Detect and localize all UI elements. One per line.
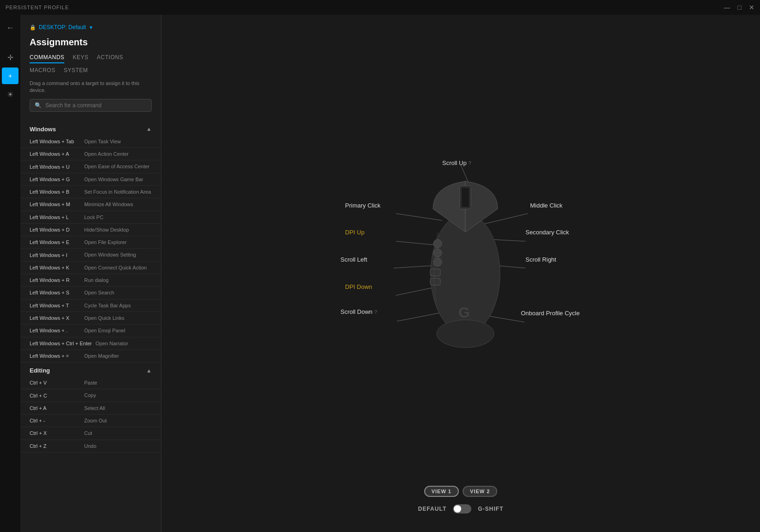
command-item[interactable]: Left Windows + G Open Windows Game Bar xyxy=(20,173,161,186)
gshift-toggle-switch[interactable] xyxy=(453,504,471,514)
cmd-desc: Open Narrator xyxy=(96,340,128,347)
search-icon: 🔍 xyxy=(35,102,42,109)
cmd-key: Left Windows + T xyxy=(30,303,80,308)
cmd-key: Left Windows + S xyxy=(30,290,80,295)
sidebar-header: 🔒 DESKTOP: Default ▼ Assignments COMMAND… xyxy=(20,15,161,121)
command-item[interactable]: Left Windows + B Set Focus in Notificati… xyxy=(20,186,161,198)
cmd-desc: Lock PC xyxy=(84,214,104,220)
cmd-desc: Zoom Out xyxy=(84,417,107,424)
cmd-key: Left Windows + A xyxy=(30,151,80,157)
command-item[interactable]: Left Windows + = Open Magnifier xyxy=(20,350,161,362)
command-item[interactable]: Left Windows + Tab Open Task View xyxy=(20,135,161,148)
profile-selector[interactable]: DESKTOP: Default ▼ xyxy=(39,24,93,31)
command-item[interactable]: Ctrl + Z Undo xyxy=(20,440,161,453)
command-item[interactable]: Ctrl + A Select All xyxy=(20,402,161,415)
search-input[interactable] xyxy=(45,102,147,109)
cmd-key: Left Windows + D xyxy=(30,227,80,232)
label-secondary-click: Secondary Click xyxy=(525,229,569,236)
tab-keys[interactable]: KEYS xyxy=(73,54,88,63)
minimize-button[interactable]: — xyxy=(724,4,730,11)
cmd-key: Left Windows + L xyxy=(30,214,80,220)
tab-commands[interactable]: COMMANDS xyxy=(30,54,64,63)
cmd-key: Left Windows + Tab xyxy=(30,139,80,144)
default-label: DEFAULT xyxy=(418,506,446,512)
search-box: 🔍 xyxy=(30,99,152,112)
cmd-key: Left Windows + I xyxy=(30,252,80,258)
cmd-key: Left Windows + Ctrl + Enter xyxy=(30,341,92,346)
command-item[interactable]: Left Windows + . Open Emoji Panel xyxy=(20,324,161,337)
hint-text: Drag a command onto a target to assign i… xyxy=(30,80,152,94)
section-arrow: ▲ xyxy=(146,367,152,374)
command-item[interactable]: Left Windows + X Open Quick Links xyxy=(20,312,161,324)
command-item[interactable]: Left Windows + A Open Action Center xyxy=(20,148,161,160)
section-header-editing[interactable]: Editing▲ xyxy=(20,362,161,377)
cmd-desc: Open Search xyxy=(84,289,114,296)
tab-system[interactable]: SYSTEM xyxy=(64,67,88,75)
nav-icon-lighting[interactable]: ☀ xyxy=(2,86,19,103)
label-dpi-up: DPI Up xyxy=(345,229,365,236)
tab-macros[interactable]: MACROS xyxy=(30,67,56,75)
cmd-desc: Copy xyxy=(84,392,96,398)
cmd-key: Ctrl + - xyxy=(30,418,80,423)
command-item[interactable]: Left Windows + T Cycle Task Bar Apps xyxy=(20,300,161,312)
cmd-key: Ctrl + X xyxy=(30,430,80,436)
cmd-key: Left Windows + R xyxy=(30,277,80,283)
command-item[interactable]: Ctrl + V Paste xyxy=(20,377,161,389)
gshift-label: G-SHIFT xyxy=(478,506,503,512)
nav-icon-assign[interactable]: + xyxy=(2,67,19,84)
command-item[interactable]: Left Windows + L Lock PC xyxy=(20,211,161,224)
command-list: Windows▲ Left Windows + Tab Open Task Vi… xyxy=(20,121,161,532)
label-scroll-down: Scroll Down ? xyxy=(340,308,377,315)
tab-row-2: MACROS SYSTEM xyxy=(30,67,152,75)
maximize-button[interactable]: □ xyxy=(738,4,741,11)
label-middle-click: Middle Click xyxy=(530,202,562,209)
nav-icon-move[interactable]: ✛ xyxy=(2,49,19,66)
cmd-desc: Open Windows Game Bar xyxy=(84,176,143,183)
cmd-desc: Cut xyxy=(84,430,92,436)
svg-rect-17 xyxy=(430,278,440,285)
cmd-desc: Hide/Show Desktop xyxy=(84,226,129,233)
tab-actions[interactable]: ACTIONS xyxy=(97,54,123,63)
command-item[interactable]: Left Windows + E Open File Explorer xyxy=(20,236,161,249)
shift-toggle: DEFAULT G-SHIFT xyxy=(418,504,503,514)
close-button[interactable]: ✕ xyxy=(749,4,754,11)
app-title: PERSISTENT PROFILE xyxy=(6,5,69,10)
cmd-key: Left Windows + X xyxy=(30,315,80,321)
toggle-knob xyxy=(454,505,461,513)
label-scroll-right: Scroll Right xyxy=(525,256,556,263)
command-item[interactable]: Left Windows + S Open Search xyxy=(20,287,161,299)
cmd-desc: Open Magnifier xyxy=(84,353,119,359)
view1-button[interactable]: VIEW 1 xyxy=(424,486,459,497)
command-item[interactable]: Left Windows + R Run dialog xyxy=(20,274,161,287)
content-area: G Scroll Up ? Primary Click Middle Click… xyxy=(161,15,760,532)
cmd-desc: Open Ease of Access Center xyxy=(84,163,149,170)
cmd-desc: Run dialog xyxy=(84,277,109,283)
cmd-desc: Open Windows Setting xyxy=(84,251,136,258)
label-primary-click: Primary Click xyxy=(345,202,381,209)
command-item[interactable]: Left Windows + M Minimize All Windows xyxy=(20,198,161,211)
cmd-desc: Select All xyxy=(84,405,105,411)
main-layout: ← ✛ + ☀ 🔒 DESKTOP: Default ▼ Assignments… xyxy=(0,15,760,532)
label-scroll-left: Scroll Left xyxy=(340,256,367,263)
titlebar-controls: — □ ✕ xyxy=(724,4,754,11)
cmd-desc: Minimize All Windows xyxy=(84,201,133,208)
back-button[interactable]: ← xyxy=(2,19,19,36)
svg-point-19 xyxy=(437,320,494,348)
cmd-desc: Undo xyxy=(84,443,96,449)
section-header-windows[interactable]: Windows▲ xyxy=(20,121,161,135)
command-item[interactable]: Ctrl + X Cut xyxy=(20,427,161,440)
command-item[interactable]: Left Windows + Ctrl + Enter Open Narrato… xyxy=(20,337,161,350)
view2-button[interactable]: VIEW 2 xyxy=(463,486,497,497)
cmd-key: Left Windows + M xyxy=(30,202,80,207)
command-item[interactable]: Ctrl + - Zoom Out xyxy=(20,415,161,427)
cmd-desc: Open Task View xyxy=(84,138,121,145)
command-item[interactable]: Left Windows + K Open Connect Quick Acti… xyxy=(20,262,161,274)
command-item[interactable]: Left Windows + U Open Ease of Access Cen… xyxy=(20,160,161,173)
cmd-desc: Set Focus in Notification Area xyxy=(84,189,151,195)
svg-rect-12 xyxy=(461,187,470,208)
sidebar-title: Assignments xyxy=(30,37,152,48)
command-item[interactable]: Left Windows + I Open Windows Setting xyxy=(20,249,161,261)
label-scroll-up: Scroll Up ? xyxy=(442,159,471,166)
command-item[interactable]: Left Windows + D Hide/Show Desktop xyxy=(20,224,161,236)
command-item[interactable]: Ctrl + C Copy xyxy=(20,389,161,402)
